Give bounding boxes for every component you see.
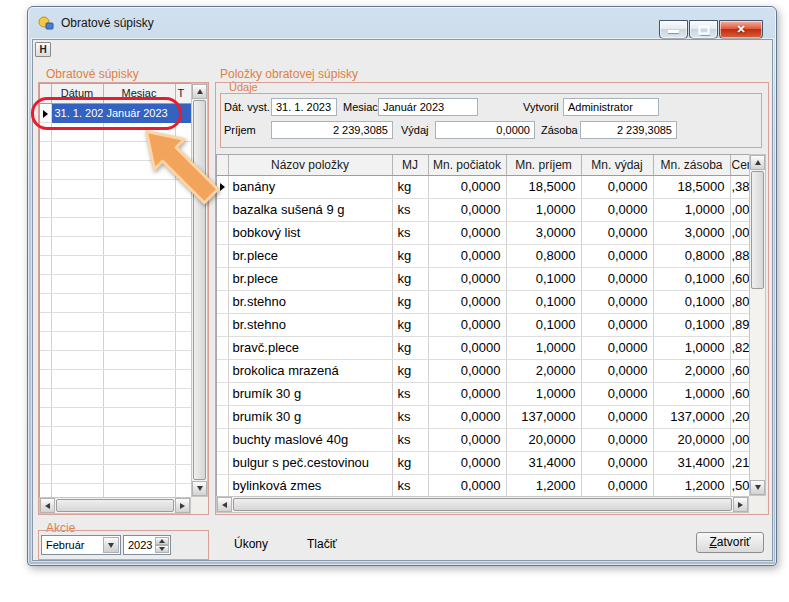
cell-mj[interactable]: ks — [392, 221, 428, 244]
cell-mj[interactable]: kg — [392, 313, 428, 336]
cell-num[interactable]: 1,0000 — [506, 336, 581, 359]
cell-num[interactable]: 1,2000 — [506, 474, 581, 496]
scroll-up-button[interactable] — [750, 155, 765, 170]
cell-mj[interactable]: kg — [392, 359, 428, 382]
cell-cena[interactable]: ,88 — [730, 244, 749, 267]
cell-num[interactable]: 20,0000 — [653, 428, 730, 451]
cell-num[interactable]: 0,8000 — [506, 244, 581, 267]
items-vscrollbar[interactable] — [749, 154, 766, 496]
cell-num[interactable]: 31,4000 — [506, 451, 581, 474]
cell-mj[interactable]: kg — [392, 336, 428, 359]
maximize-button[interactable] — [689, 20, 718, 39]
mesiac-field[interactable]: Január 2023 — [378, 98, 478, 116]
cell-num[interactable]: 0,0000 — [581, 336, 653, 359]
cell-mj[interactable]: ks — [392, 382, 428, 405]
year-spinner[interactable]: 2023 — [123, 535, 171, 555]
column-header-cena[interactable]: Cena — [730, 155, 749, 175]
scroll-thumb[interactable] — [233, 498, 732, 511]
cell-num[interactable]: 1,0000 — [653, 336, 730, 359]
cell-num[interactable]: 0,0000 — [581, 451, 653, 474]
cell-name[interactable]: br.plece — [228, 244, 392, 267]
cell-num[interactable]: 1,0000 — [506, 382, 581, 405]
items-table-row[interactable]: bylinková zmesks0,00001,20000,00001,2000… — [217, 474, 749, 496]
dates-empty-row[interactable] — [40, 312, 191, 331]
cell-num[interactable]: 31,4000 — [653, 451, 730, 474]
dat-vyst-field[interactable]: 31. 1. 2023 — [271, 98, 337, 116]
cell-num[interactable]: 0,0000 — [428, 474, 506, 496]
items-table-row[interactable]: brokolica mrazenákg0,00002,00000,00002,0… — [217, 359, 749, 382]
column-header-mn-vydaj[interactable]: Mn. výdaj — [581, 155, 653, 175]
cell-cena[interactable]: ,00 — [730, 428, 749, 451]
dates-empty-row[interactable] — [40, 236, 191, 255]
items-hscrollbar[interactable] — [216, 496, 749, 513]
dates-empty-row[interactable] — [40, 388, 191, 407]
dates-empty-row[interactable] — [40, 331, 191, 350]
column-header-clipped[interactable]: T — [175, 84, 191, 103]
cell-name[interactable]: bravč.plece — [228, 336, 392, 359]
cell-num[interactable]: 0,0000 — [428, 336, 506, 359]
column-header-datum[interactable]: Dátum — [51, 84, 103, 103]
cell-num[interactable]: 0,0000 — [581, 382, 653, 405]
dates-empty-row[interactable] — [40, 483, 191, 497]
items-table-row[interactable]: br.stehnokg0,00000,10000,00000,1000,89 — [217, 313, 749, 336]
cell-cena[interactable]: ,60 — [730, 359, 749, 382]
minimize-button[interactable] — [659, 20, 688, 39]
cell-num[interactable]: 0,0000 — [428, 175, 506, 198]
cell-num[interactable]: 0,0000 — [581, 244, 653, 267]
items-table-row[interactable]: bulgur s peč.cestovinoukg0,000031,40000,… — [217, 451, 749, 474]
zasoba-field[interactable]: 2 239,3085 — [580, 121, 677, 139]
cell-num[interactable]: 137,0000 — [506, 405, 581, 428]
cell-num[interactable]: 0,0000 — [428, 198, 506, 221]
combobox-dropdown-button[interactable] — [103, 537, 119, 553]
cell-num[interactable]: 0,0000 — [581, 198, 653, 221]
cell-num[interactable]: 3,0000 — [506, 221, 581, 244]
dates-empty-row[interactable] — [40, 426, 191, 445]
items-table-row[interactable]: bobkový listks0,00003,00000,00003,0000,0… — [217, 221, 749, 244]
cell-num[interactable]: 2,0000 — [506, 359, 581, 382]
cell-name[interactable]: bobkový list — [228, 221, 392, 244]
cell-num[interactable]: 0,0000 — [428, 382, 506, 405]
items-table-row[interactable]: brumík 30 gks0,00001,00000,00001,0000,60 — [217, 382, 749, 405]
month-combobox[interactable]: Február — [41, 535, 121, 555]
cell-num[interactable]: 0,0000 — [581, 221, 653, 244]
cell-cena[interactable]: ,89 — [730, 313, 749, 336]
cell-num[interactable]: 0,0000 — [581, 428, 653, 451]
cell-num[interactable]: 0,0000 — [581, 474, 653, 496]
items-table-row[interactable]: bazalka sušená 9 gks0,00001,00000,00001,… — [217, 198, 749, 221]
cell-mj[interactable]: kg — [392, 290, 428, 313]
cell-num[interactable]: 0,0000 — [581, 267, 653, 290]
items-table-row[interactable]: br.stehnokg0,00000,10000,00000,1000,80 — [217, 290, 749, 313]
cell-num[interactable]: 0,0000 — [428, 405, 506, 428]
cell-num[interactable]: 0,0000 — [581, 175, 653, 198]
zatvorit-button[interactable]: Zatvoriť — [696, 532, 764, 553]
cell-num[interactable]: 0,1000 — [506, 267, 581, 290]
cell-num[interactable]: 0,1000 — [653, 313, 730, 336]
tlacit-button[interactable]: Tlačiť — [307, 537, 337, 551]
cell-mj[interactable]: ks — [392, 474, 428, 496]
cell-cena[interactable]: ,00 — [730, 221, 749, 244]
dates-empty-row[interactable] — [40, 122, 191, 141]
cell-mj[interactable]: kg — [392, 451, 428, 474]
spinner-down-button[interactable] — [155, 545, 169, 553]
cell-mj[interactable]: ks — [392, 405, 428, 428]
cell-mj[interactable]: ks — [392, 428, 428, 451]
cell-name[interactable]: br.stehno — [228, 313, 392, 336]
dates-table-selected-row[interactable]: 31. 1. 2023 Január 2023 — [40, 103, 191, 122]
cell-num[interactable]: 1,2000 — [653, 474, 730, 496]
titlebar[interactable]: Obratové súpisky ✕ — [28, 7, 776, 39]
dates-empty-row[interactable] — [40, 255, 191, 274]
dates-hscrollbar[interactable] — [39, 497, 191, 514]
cell-cena[interactable]: ,21 — [730, 451, 749, 474]
cell-cena[interactable]: ,60 — [730, 267, 749, 290]
scroll-thumb[interactable] — [56, 499, 174, 512]
cell-num[interactable]: 2,0000 — [653, 359, 730, 382]
ukony-button[interactable]: Úkony — [234, 537, 268, 551]
cell-num[interactable]: 0,1000 — [653, 267, 730, 290]
cell-num[interactable]: 0,0000 — [581, 290, 653, 313]
dates-empty-row[interactable] — [40, 198, 191, 217]
cell-mj[interactable]: kg — [392, 267, 428, 290]
cell-mj[interactable]: kg — [392, 244, 428, 267]
cell-cena[interactable]: ,38 — [730, 175, 749, 198]
cell-num[interactable]: 1,0000 — [653, 198, 730, 221]
cell-mj[interactable]: kg — [392, 175, 428, 198]
